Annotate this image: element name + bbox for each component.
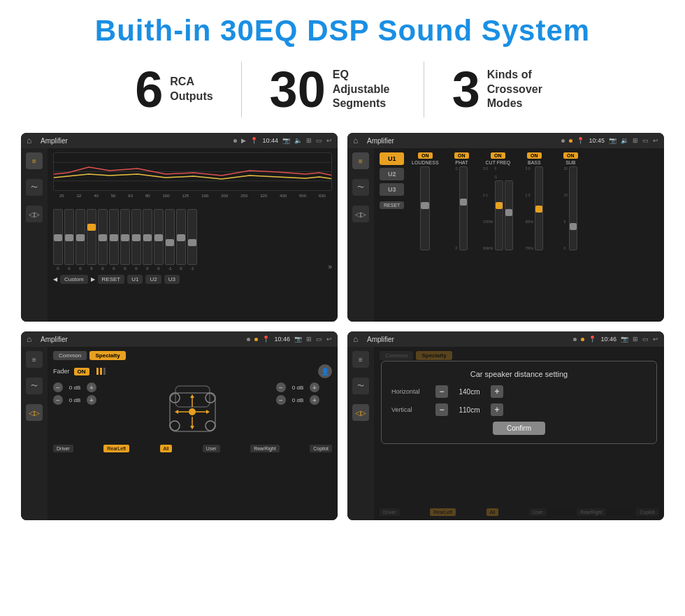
fader-copilot-button[interactable]: Copilot [310,445,332,452]
xover-u1-button[interactable]: U1 [380,152,404,165]
db-minus-tr[interactable]: − [276,382,286,392]
fader-tabs: Common Specialty [53,351,332,360]
tab-common-button[interactable]: Common [53,351,87,360]
horizontal-value: 140cm [454,388,485,396]
sub-slider[interactable] [569,166,577,250]
eq-slider-4[interactable]: 5 [87,209,96,271]
fader-driver-button[interactable]: Driver [53,445,73,452]
eq-slider-8[interactable]: 0 [131,209,141,271]
dist-bg-tabs: Common Specialty [380,351,658,360]
confirm-button[interactable]: Confirm [493,422,545,435]
dist-background: Common Specialty [380,351,658,360]
db-minus-br[interactable]: − [276,395,286,405]
fader-label-row: Fader ON 👤 [53,364,332,378]
crossover-screen: ⌂ Amplifier 📍 10:45 📷 🔉 ⊞ ▭ ↩ ≡ 〜 ◁▷ [347,133,664,322]
fader-time: 10:46 [274,336,290,343]
eq-slider-9[interactable]: 0 [143,209,152,271]
eq-slider-2[interactable]: 0 [64,209,74,271]
dialog-title: Car speaker distance setting [391,370,647,378]
eq-screen-title: Amplifier [41,137,229,145]
db-plus-bl[interactable]: + [87,395,96,405]
eq-custom-button[interactable]: Custom [60,275,88,284]
eq-slider-11[interactable]: -1 [165,209,175,271]
xover-sidebar-wave-icon[interactable]: 〜 [352,179,369,196]
eq-u1-button[interactable]: U1 [127,275,143,284]
db-plus-tl[interactable]: + [87,382,96,392]
fader-sidebar-eq-icon[interactable]: ≡ [26,351,43,368]
eq-slider-5[interactable]: 0 [98,209,108,271]
xover-time: 10:45 [589,137,605,144]
eq-u2-button[interactable]: U2 [145,275,161,284]
db-val-tr: 0 dB [288,385,308,391]
eq-prev-button[interactable]: ◀ [53,276,57,282]
dist-bg-common-tab: Common [380,351,413,360]
xover-cutfreq-channel: ON CUT FREQ 3.0 2.1 100Hz 80kHz [481,152,514,317]
eq-more-icon[interactable]: » [328,263,332,271]
fader-rearleft-button[interactable]: All [160,445,173,452]
loudness-on-badge[interactable]: ON [418,152,433,159]
svg-point-5 [170,393,180,403]
cutfreq-slider-g[interactable] [505,180,513,250]
eq-slider-13[interactable]: -1 [187,209,197,271]
vertical-minus-button[interactable]: − [435,403,448,416]
db-plus-tr[interactable]: + [310,382,319,392]
db-val-tl: 0 dB [65,385,85,391]
db-minus-bl[interactable]: − [53,395,63,405]
eq-sidebar-wave-icon[interactable]: 〜 [26,179,43,196]
eq-slider-7[interactable]: 0 [120,209,130,271]
fader-sidebar-vol-icon[interactable]: ◁▷ [26,404,43,421]
eq-sidebar-vol-icon[interactable]: ◁▷ [26,206,43,222]
xover-dot-2 [569,139,572,143]
phat-on-badge[interactable]: ON [454,152,469,159]
horizontal-plus-button[interactable]: + [491,385,503,398]
eq-curve-svg [54,153,331,190]
fader-all-button[interactable]: RearLeft [103,445,129,452]
xover-sidebar-eq-icon[interactable]: ≡ [352,152,369,169]
loudness-slider[interactable] [420,166,430,250]
phat-slider-g[interactable] [459,166,468,250]
db-plus-br[interactable]: + [310,395,319,405]
xover-u-buttons: U1 U2 U3 RESET [380,152,404,317]
fader-status-bar: ⌂ Amplifier 📍 10:46 📷 ⊞ ▭ ↩ [21,331,338,347]
sub-on-badge[interactable]: ON [563,152,578,159]
eq-u3-button[interactable]: U3 [164,275,180,284]
db-minus-tl[interactable]: − [53,382,63,392]
fader-sidebar-wave-icon[interactable]: 〜 [26,378,43,394]
eq-slider-12[interactable]: 0 [176,209,186,271]
dist-sidebar-vol-icon[interactable]: ◁▷ [352,404,369,421]
eq-sidebar-eq-icon[interactable]: ≡ [26,152,43,169]
fader-on-badge[interactable]: ON [74,368,89,375]
xover-dot-1 [561,139,565,143]
dist-camera-icon: 📷 [621,336,628,343]
fader-user-button[interactable]: User [203,445,220,452]
dist-sidebar-eq-icon[interactable]: ≡ [352,351,369,368]
eq-reset-button[interactable]: RESET [98,275,125,284]
svg-point-8 [206,421,215,431]
xover-u2-button[interactable]: U2 [380,168,404,180]
fader-person-icon: 👤 [318,364,332,378]
bass-label: BASS [528,160,541,165]
eq-slider-6[interactable]: 0 [109,209,119,271]
xover-reset-button[interactable]: RESET [380,201,404,209]
cutfreq-slider-f[interactable] [495,180,503,250]
eq-slider-1[interactable]: 0 [53,209,63,271]
xover-sidebar-vol-icon[interactable]: ◁▷ [352,206,369,222]
eq-sidebar: ≡ 〜 ◁▷ [21,148,48,322]
tab-specialty-button[interactable]: Specialty [89,351,125,360]
cutfreq-on-badge[interactable]: ON [491,152,505,159]
horizontal-minus-button[interactable]: − [435,385,448,398]
dist-sidebar-wave-icon[interactable]: 〜 [352,378,369,394]
fader-main-area: Common Specialty Fader ON 👤 [48,347,338,520]
bass-on-badge[interactable]: ON [527,152,542,159]
fader-db-row-br: − 0 dB + [276,395,332,405]
fader-rearright-button[interactable]: RearRight [250,445,280,452]
eq-next-button[interactable]: ▶ [91,276,95,282]
vertical-plus-button[interactable]: + [491,403,503,416]
eq-slider-3[interactable]: 0 [75,209,85,271]
xover-u3-button[interactable]: U3 [380,183,404,196]
left-db-controls: − 0 dB + − 0 dB + [53,382,109,442]
bass-slider[interactable] [535,166,543,250]
eq-slider-10[interactable]: 0 [154,209,164,271]
fader-db-row-tl: − 0 dB + [53,382,109,392]
home-icon: ⌂ [27,136,36,145]
